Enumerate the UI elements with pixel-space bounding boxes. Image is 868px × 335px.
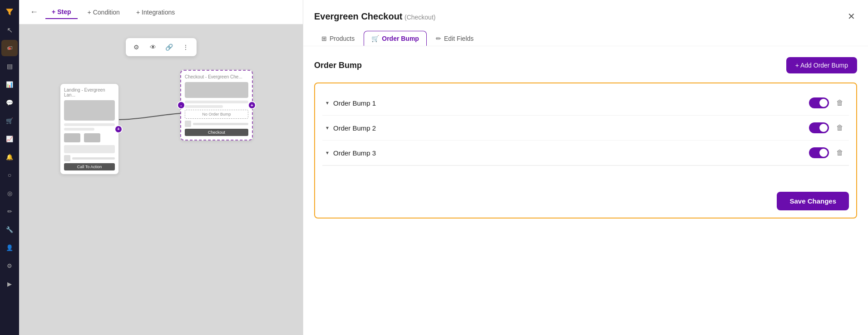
checkout-node-image xyxy=(185,82,248,98)
chevron-down-icon-2[interactable]: ▾ xyxy=(326,125,329,131)
canvas-link-button[interactable]: 🔗 xyxy=(163,41,176,53)
delete-icon-2[interactable]: 🗑 xyxy=(834,122,845,134)
sidebar-icon-user[interactable]: 👤 xyxy=(1,239,18,256)
add-order-bump-button[interactable]: + Add Order Bump xyxy=(786,57,857,73)
panel-tabs: ⊞ Products 🛒 Order Bump ✏ Edit Fields xyxy=(314,31,857,46)
order-bump-divider xyxy=(322,165,849,166)
sidebar-icon-shop[interactable]: 🛒 xyxy=(1,112,18,129)
sidebar: ↖ ● 🏷 ▤ 📊 💬 🛒 📈 🔔 ○ ◎ ✏ 🔧 👤 ⚙ ▶ xyxy=(0,0,19,335)
order-bump-item-3-right: 🗑 xyxy=(809,147,845,159)
order-bump-toggle-2[interactable] xyxy=(809,122,829,133)
landing-line-1 xyxy=(64,123,115,126)
sidebar-icon-chat[interactable]: 💬 xyxy=(1,94,18,111)
delete-icon-1[interactable]: 🗑 xyxy=(834,97,845,109)
step-tab-icon: + xyxy=(52,8,55,15)
order-bump-item-3-left: ▾ Order Bump 3 xyxy=(326,149,376,157)
checkout-line-1 xyxy=(185,101,248,103)
sidebar-icon-circle[interactable]: ○ xyxy=(1,167,18,183)
tab-edit-fields[interactable]: ✏ Edit Fields xyxy=(429,31,481,46)
sidebar-icon-wrench[interactable]: 🔧 xyxy=(1,221,18,238)
edit-fields-tab-icon: ✏ xyxy=(436,35,441,42)
order-bump-item-2-left: ▾ Order Bump 2 xyxy=(326,124,376,132)
canvas-preview-button[interactable]: 👁 xyxy=(147,41,159,53)
save-changes-button[interactable]: Save Changes xyxy=(777,192,849,210)
connector-svg xyxy=(19,24,303,335)
integrations-tab-icon: + xyxy=(136,9,140,16)
svg-marker-0 xyxy=(6,9,13,15)
sidebar-icon-arrow[interactable]: ↖ xyxy=(1,22,18,38)
landing-node-image xyxy=(64,100,115,121)
order-bump-tab-icon: 🛒 xyxy=(371,35,379,42)
sidebar-icon-settings[interactable]: ⚙ xyxy=(1,257,18,274)
section-header: Order Bump + Add Order Bump xyxy=(314,57,857,73)
no-order-bump-label: No Order Bump xyxy=(185,110,248,119)
canvas-area: ← + Step + Condition + Integrations ⚙ 👁 … xyxy=(19,0,303,335)
order-bump-toggle-1[interactable] xyxy=(809,97,829,108)
checkout-node-label: Checkout - Evergreen Che... xyxy=(185,74,248,79)
checkout-right-connector[interactable]: + xyxy=(248,101,256,109)
order-bump-name-1: Order Bump 1 xyxy=(333,99,376,107)
tab-order-bump[interactable]: 🛒 Order Bump xyxy=(364,31,427,46)
sidebar-icon-target[interactable]: ◎ xyxy=(1,185,18,201)
panel-subtitle: (Checkout) xyxy=(404,14,435,21)
order-bump-item-1-left: ▾ Order Bump 1 xyxy=(326,99,376,107)
order-bump-item-1-right: 🗑 xyxy=(809,97,845,109)
canvas-toolbar: ⚙ 👁 🔗 ⋮ xyxy=(126,38,197,56)
sidebar-icon-tag[interactable]: ● 🏷 xyxy=(1,40,18,56)
panel-header: Evergreen Checkout (Checkout) ✕ ⊞ Produc… xyxy=(303,0,868,46)
sidebar-icon-play[interactable]: ▶ xyxy=(1,276,18,292)
sidebar-icon-layers[interactable]: ▤ xyxy=(1,58,18,74)
tab-integrations[interactable]: + Integrations xyxy=(130,6,181,19)
save-row: Save Changes xyxy=(322,184,849,210)
landing-line-2 xyxy=(64,128,94,131)
checkout-left-connector[interactable]: - xyxy=(177,101,185,109)
landing-node[interactable]: Landing - Evergreen Lan... Call To Actio… xyxy=(60,83,119,175)
tab-products[interactable]: ⊞ Products xyxy=(314,31,362,46)
top-toolbar: ← + Step + Condition + Integrations xyxy=(19,0,303,24)
canvas-more-button[interactable]: ⋮ xyxy=(179,41,192,53)
landing-node-label: Landing - Evergreen Lan... xyxy=(64,87,115,97)
condition-tab-icon: + xyxy=(88,9,91,16)
sidebar-icon-pencil[interactable]: ✏ xyxy=(1,203,18,219)
checkout-line-2 xyxy=(185,105,223,108)
right-panel: Evergreen Checkout (Checkout) ✕ ⊞ Produc… xyxy=(303,0,868,335)
order-bump-item-2-right: 🗑 xyxy=(809,122,845,134)
sidebar-icon-bell[interactable]: 🔔 xyxy=(1,149,18,165)
order-bump-toggle-3[interactable] xyxy=(809,147,829,158)
order-bump-item-1: ▾ Order Bump 1 🗑 xyxy=(322,91,849,116)
chevron-down-icon-3[interactable]: ▾ xyxy=(326,150,329,156)
checkout-node-button[interactable]: Checkout xyxy=(185,129,248,136)
canvas-settings-button[interactable]: ⚙ xyxy=(130,41,143,53)
tab-step[interactable]: + Step xyxy=(45,5,78,19)
landing-right-connector[interactable]: + xyxy=(114,125,123,133)
order-bump-item-3: ▾ Order Bump 3 🗑 xyxy=(322,141,849,165)
order-bump-name-3: Order Bump 3 xyxy=(333,149,376,157)
back-button[interactable]: ← xyxy=(26,5,42,19)
order-bump-container: ▾ Order Bump 1 🗑 ▾ Order Bump 2 xyxy=(314,83,857,218)
sidebar-icon-funnel[interactable] xyxy=(1,4,18,20)
landing-line-3 xyxy=(64,145,115,153)
tab-condition[interactable]: + Condition xyxy=(81,6,126,19)
chevron-down-icon-1[interactable]: ▾ xyxy=(326,100,329,106)
panel-title-row: Evergreen Checkout (Checkout) ✕ xyxy=(314,9,857,24)
panel-title-group: Evergreen Checkout (Checkout) xyxy=(314,11,435,22)
delete-icon-3[interactable]: 🗑 xyxy=(834,147,845,159)
landing-cta-button[interactable]: Call To Action xyxy=(64,163,115,170)
sidebar-icon-stats[interactable]: 📊 xyxy=(1,76,18,92)
sidebar-icon-chart[interactable]: 📈 xyxy=(1,131,18,147)
checkout-node[interactable]: Checkout - Evergreen Che... No Order Bum… xyxy=(180,70,253,141)
panel-close-button[interactable]: ✕ xyxy=(846,9,857,24)
panel-content: Order Bump + Add Order Bump ▾ Order Bump… xyxy=(303,46,868,335)
panel-title: Evergreen Checkout xyxy=(314,11,403,21)
section-title: Order Bump xyxy=(314,61,362,70)
order-bump-item-2: ▾ Order Bump 2 🗑 xyxy=(322,116,849,141)
order-bump-name-2: Order Bump 2 xyxy=(333,124,376,132)
canvas: ⚙ 👁 🔗 ⋮ Landing - Evergreen Lan... xyxy=(19,24,303,335)
products-tab-icon: ⊞ xyxy=(321,35,327,42)
